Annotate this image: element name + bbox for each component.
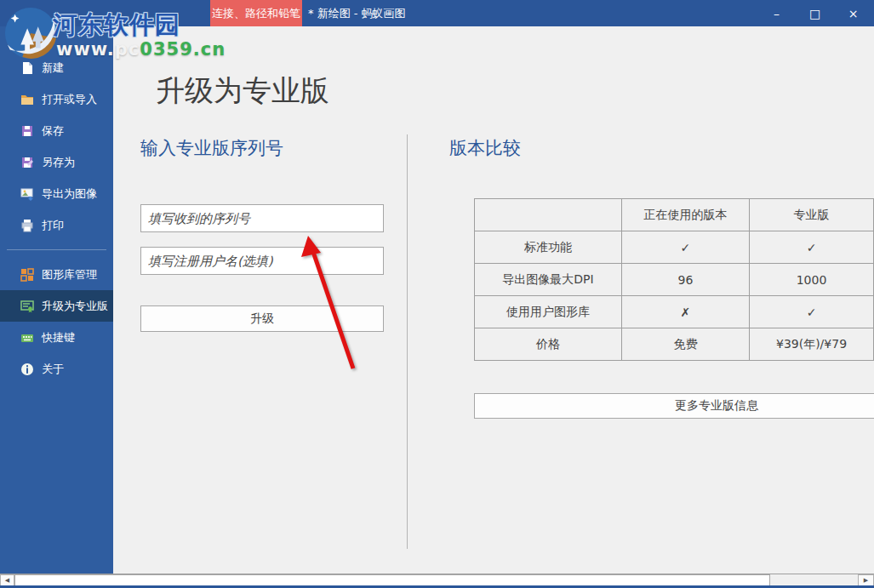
save-icon: [20, 124, 34, 138]
sidebar-item-label: 升级为专业版: [42, 299, 108, 314]
serial-number-input[interactable]: [140, 204, 384, 232]
feature-label: 使用用户图形库: [475, 296, 622, 328]
sidebar-item-about[interactable]: 关于: [0, 353, 113, 385]
sidebar-item-label: 新建: [42, 60, 64, 76]
close-button[interactable]: ×: [834, 0, 872, 26]
feature-label: 标准功能: [475, 231, 622, 264]
table-header-row: 正在使用的版本 专业版: [475, 199, 874, 231]
registered-username-input[interactable]: [140, 247, 384, 275]
feature-label: 价格: [475, 328, 622, 361]
sidebar-item-label: 保存: [42, 123, 64, 139]
scroll-left-button[interactable]: ◀: [0, 574, 14, 586]
shape-library-icon: [20, 268, 34, 282]
info-icon: [20, 363, 34, 376]
vertical-divider: [407, 134, 408, 549]
export-image-icon: [20, 187, 34, 201]
page-title: 升级为专业版: [156, 71, 329, 111]
keyboard-icon: [20, 331, 34, 345]
save-as-icon: [20, 156, 34, 169]
url-suffix: 0359.cn: [140, 39, 226, 60]
compare-section-title: 版本比较: [449, 136, 521, 160]
sidebar-item-open[interactable]: 打开或导入: [0, 83, 113, 115]
sidebar-item-label: 打印: [42, 218, 64, 233]
check-icon: ✓: [750, 231, 874, 264]
table-row: 标准功能 ✓ ✓: [475, 231, 874, 264]
sidebar-item-new[interactable]: 新建: [0, 52, 113, 83]
sidebar-item-label: 导出为图像: [42, 186, 97, 202]
minimize-button[interactable]: –: [757, 0, 796, 26]
sidebar-item-label: 关于: [42, 362, 64, 377]
sidebar-item-shape-library[interactable]: 图形库管理: [0, 259, 113, 290]
sidebar-item-print[interactable]: 打印: [0, 209, 113, 241]
header-feature: [475, 199, 622, 231]
header-pro-version: 专业版: [750, 199, 874, 231]
table-row: 导出图像最大DPI 96 1000: [475, 264, 874, 296]
horizontal-scrollbar: ◀ ▶: [0, 574, 874, 585]
print-icon: [20, 219, 34, 232]
header-current-version: 正在使用的版本: [621, 199, 749, 231]
sidebar-item-shortcuts[interactable]: 快捷键: [0, 322, 113, 353]
serial-section-title: 输入专业版序列号: [140, 136, 283, 160]
sidebar-item-save-as[interactable]: 另存为: [0, 146, 113, 178]
sidebar-item-upgrade-pro[interactable]: 升级为专业版: [0, 290, 113, 322]
window-title: * 新绘图 - 蚂蚁画图: [308, 0, 406, 26]
scroll-right-button[interactable]: ▶: [858, 574, 874, 586]
check-icon: ✓: [621, 231, 749, 264]
open-folder-icon: [20, 93, 34, 106]
sidebar: 新建 打开或导入 保存 另存为 导出为图像 打印 图形库管理 升: [0, 26, 113, 574]
cell-value: 1000: [750, 264, 874, 296]
more-pro-info-button[interactable]: 更多专业版信息: [474, 393, 874, 419]
cell-value: 免费: [621, 328, 749, 361]
sidebar-item-label: 另存为: [42, 155, 75, 170]
table-row: 使用用户图形库 ✗ ✓: [475, 296, 874, 328]
sidebar-item-label: 图形库管理: [42, 267, 97, 283]
title-bar: 连接、路径和铅笔 * 新绘图 - 蚂蚁画图 – □ ×: [0, 0, 874, 26]
upgrade-button[interactable]: 升级: [140, 305, 384, 332]
ribbon-tab-connections[interactable]: 连接、路径和铅笔: [210, 0, 302, 26]
sidebar-divider: [7, 249, 106, 250]
sidebar-item-export-image[interactable]: 导出为图像: [0, 178, 113, 209]
window-controls: – □ ×: [757, 0, 872, 26]
cross-icon: ✗: [621, 296, 749, 328]
app-window: 连接、路径和铅笔 * 新绘图 - 蚂蚁画图 – □ × 新建 打开或导入 保存 …: [0, 0, 874, 588]
sidebar-item-label: 快捷键: [42, 330, 75, 345]
sidebar-item-label: 打开或导入: [42, 92, 97, 107]
table-row: 价格 免费 ¥39(年)/¥79: [475, 328, 874, 361]
upgrade-certificate-icon: [20, 300, 34, 313]
scrollbar-thumb[interactable]: [14, 574, 770, 586]
check-icon: ✓: [750, 296, 874, 328]
sidebar-item-save[interactable]: 保存: [0, 115, 113, 146]
feature-label: 导出图像最大DPI: [475, 264, 622, 296]
new-file-icon: [20, 61, 34, 75]
cell-value: 96: [621, 264, 749, 296]
version-compare-table: 正在使用的版本 专业版 标准功能 ✓ ✓ 导出图像最大DPI 96 1000 使…: [474, 198, 874, 361]
maximize-button[interactable]: □: [796, 0, 834, 26]
cell-value: ¥39(年)/¥79: [750, 328, 874, 361]
